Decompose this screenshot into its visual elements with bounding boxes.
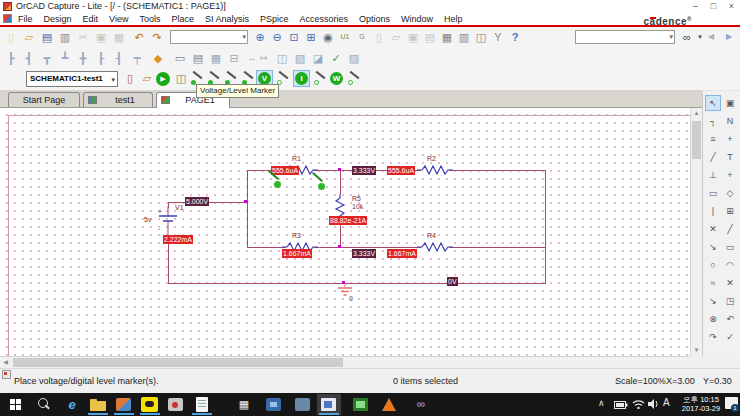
cut-button[interactable]: ✂ [75,29,91,45]
copy-page-button[interactable]: ▣ [405,29,421,45]
zoom-all-button[interactable]: ⊞ [303,29,319,45]
search-icon[interactable] [32,394,56,415]
annotate-button[interactable]: U1 [337,29,353,45]
print-button[interactable]: ▥ [57,29,73,45]
r2-voltage-bias-label[interactable]: 3.333V [352,166,376,175]
menu-view[interactable]: View [109,13,128,25]
v1-value[interactable]: 5v [144,216,151,224]
place-no-connect-tool[interactable]: ✕ [705,221,721,237]
place-text-tool[interactable]: T [722,149,738,165]
ground-reference[interactable]: 0 [349,295,353,303]
r2-resistor-symbol[interactable] [417,164,453,176]
scroll-down-arrow[interactable]: ▼ [691,345,702,356]
taskbar-app-icon-1[interactable] [262,394,286,415]
scroll-left-arrow[interactable]: ◀ [0,357,11,368]
taskbar-calculator-icon[interactable]: ▦ [232,394,256,415]
place-bus-entry-tool[interactable]: ╱ [705,149,721,165]
taskbar-notepad-icon[interactable] [190,394,214,415]
tab-start-page[interactable]: Start Page [8,92,80,107]
new-document-button[interactable]: ▯ [3,29,19,45]
taskbar-ie-icon[interactable]: e [60,394,84,415]
voltage-marker-2[interactable] [318,183,325,190]
place-hierarchical-port-tool[interactable]: ◇ [722,185,738,201]
wire-right[interactable] [545,170,546,284]
taskbar-matlab-icon[interactable] [377,394,401,415]
tray-chevron-icon[interactable]: ∧ [598,398,605,408]
r3-current-bias-label[interactable]: 1.667mA [282,249,312,258]
report-button[interactable]: ▧ [292,50,308,66]
taskbar-paint-icon[interactable] [112,394,136,415]
wire-left[interactable] [247,170,248,248]
distribute-vertical-button[interactable]: ┠ [93,50,109,66]
find-combo[interactable]: ▾ [575,30,675,44]
menu-edit[interactable]: Edit [83,13,99,25]
r5-reference[interactable]: R5 [352,195,361,203]
taskbar-kakaotalk-icon[interactable] [138,394,162,415]
place-junction-tool[interactable]: + [722,131,738,147]
fence-button[interactable]: ▦ [439,29,455,45]
place-offpage-connector-tool[interactable]: ⊞ [722,203,738,219]
taskbar-explorer-icon[interactable] [86,394,110,415]
minimize-button[interactable]: – [688,0,703,13]
menu-help[interactable]: Help [444,13,463,25]
tab-test1[interactable]: test1 [83,92,153,107]
simulation-profile-select[interactable]: SCHEMATIC1-test1▾ [26,71,118,87]
fisheye-view-button[interactable]: ◉ [320,29,336,45]
current-marker-button[interactable]: I [293,70,310,87]
maximize-button[interactable]: □ [706,0,721,13]
r3-reference[interactable]: R3 [292,232,301,240]
r5-value[interactable]: 10k [352,203,363,211]
r2-current-bias-label[interactable]: 555.6uA [387,166,415,175]
cross-probe-button[interactable]: ▨ [346,50,362,66]
r1-reference[interactable]: R1 [292,155,301,163]
taskbar-app-icon-2[interactable] [291,394,315,415]
place-wire-tool[interactable]: ┐ [705,113,721,129]
r4-reference[interactable]: R4 [427,232,436,240]
align-right-button[interactable]: ┫ [21,50,37,66]
taskbar-visualstudio-icon[interactable]: ∞ [409,394,433,415]
r2-reference[interactable]: R2 [427,155,436,163]
menu-pspice[interactable]: PSpice [260,13,289,25]
voltage-marker-1[interactable] [274,181,281,188]
place-ground-tool[interactable]: + [722,167,738,183]
open-document-button[interactable]: ▱ [21,29,37,45]
scroll-up-arrow[interactable]: ▲ [691,108,702,119]
wire-ground-rail[interactable] [168,283,546,284]
taskbar-capture-icon[interactable] [349,394,373,415]
place-netalias-tool[interactable]: N [722,113,738,129]
align-top-button[interactable]: ┳ [39,50,55,66]
align-bottom-button[interactable]: ┻ [57,50,73,66]
extend-wire-button[interactable]: ↦ [256,50,272,66]
new-simulation-profile-button[interactable]: ▯ [122,70,138,86]
r4-voltage-bias-label[interactable]: 3.333V [352,249,376,258]
tag-button[interactable]: ◆ [150,50,166,66]
snapshot-button[interactable]: ▭ [172,50,188,66]
notes-button[interactable]: ◫ [473,29,489,45]
import-design-button[interactable]: ⊟ [226,50,242,66]
copy-button[interactable]: ▣ [93,29,109,45]
export-design-button[interactable]: ▦ [208,50,224,66]
menu-si-analysis[interactable]: SI Analysis [205,13,249,25]
properties-button[interactable]: ▤ [422,29,438,45]
menu-design[interactable]: Design [44,13,72,25]
v1-voltage-bias-label[interactable]: 5.000V [185,197,209,206]
ime-indicator[interactable]: A [663,397,670,408]
delete-tool[interactable]: ✕ [722,275,738,291]
current-into-pin-marker-button[interactable] [313,71,328,86]
drag-tool[interactable]: ↘ [705,293,721,309]
edit-page-button[interactable]: ▱ [388,29,404,45]
place-polyline-tool[interactable]: ↘ [705,239,721,255]
horizontal-scroll-thumb[interactable] [13,358,343,367]
back-annotate-button[interactable]: G [354,29,370,45]
power-dissipation-marker-button[interactable]: W [330,72,343,85]
undo-button[interactable]: ↶ [131,29,147,45]
stack-vertical-button[interactable]: ┯ [129,50,145,66]
help-button[interactable]: ? [507,29,523,45]
filter-button[interactable]: ◪ [310,50,326,66]
schematic-canvas[interactable]: + - V1 5v 5.000V 2.222mA R1 555.6uA R2 3… [0,108,690,356]
new-page-button[interactable]: ▯ [371,29,387,45]
mirror-tool[interactable]: ↷ [705,329,721,345]
rotate-tool[interactable]: ↶ [722,311,738,327]
vertical-scrollbar[interactable]: ▲ ▼ [690,108,702,356]
battery-icon[interactable] [614,401,628,409]
